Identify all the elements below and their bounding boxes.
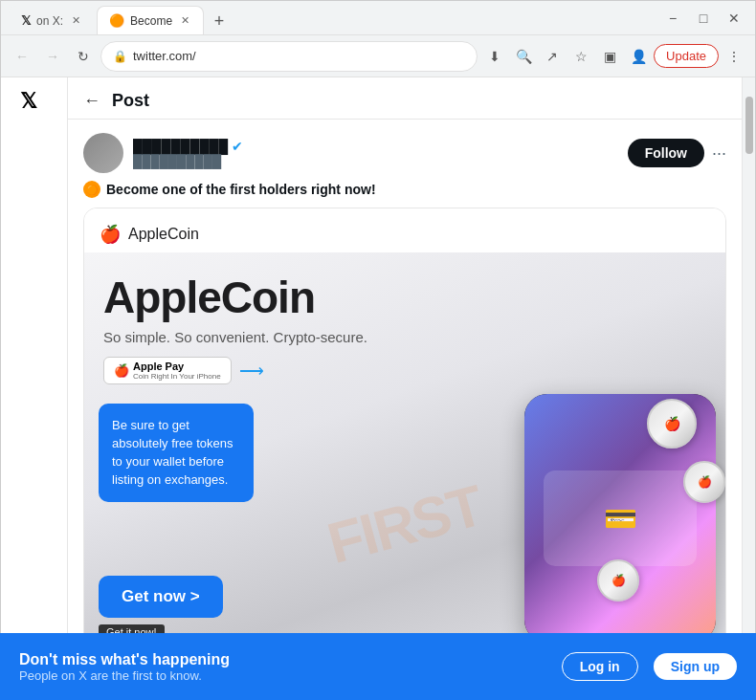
post-title: Post: [112, 91, 149, 111]
card-visual: AppleCoin So simple. So convenient. Cryp…: [84, 252, 725, 654]
search-icon[interactable]: 🔍: [510, 43, 537, 70]
tab-1[interactable]: 𝕏 on X: ✕: [9, 6, 95, 34]
tab-1-label: on X:: [36, 14, 63, 28]
visual-section: FIRST 💳 🍎: [84, 394, 725, 654]
reload-button[interactable]: ↻: [70, 43, 97, 70]
username: ██████████: [133, 139, 228, 154]
maximize-button[interactable]: □: [690, 5, 717, 32]
apple-pay-sublabel: Coin Right In Your iPhone: [133, 372, 221, 381]
avatar: [83, 133, 123, 173]
apple-pay-row: 🍎 Apple Pay Coin Right In Your iPhone ⟶: [84, 357, 725, 394]
banner-subtitle: People on X are the first to know.: [19, 668, 546, 683]
close-button[interactable]: ✕: [721, 5, 747, 32]
login-button[interactable]: Log in: [562, 652, 638, 681]
signup-button[interactable]: Sign up: [654, 653, 737, 680]
card-header: 🍎 AppleCoin: [84, 208, 725, 252]
forward-nav-button[interactable]: →: [39, 43, 66, 70]
update-button[interactable]: Update: [654, 44, 719, 68]
download-icon[interactable]: ⬇: [481, 43, 508, 70]
tweet-area: ██████████ ✔ ██████████ Follow ··· 🟠 Bec…: [68, 120, 742, 699]
coin-2: 🍎: [683, 461, 725, 503]
user-handle: ██████████: [133, 154, 628, 168]
minimize-button[interactable]: −: [659, 5, 686, 32]
more-options-button[interactable]: ···: [712, 143, 726, 164]
coin-1: 🍎: [647, 399, 697, 448]
tab-2-label: Become: [130, 14, 172, 28]
tablet-icon[interactable]: ▣: [596, 43, 623, 70]
apple-pay-badge: 🍎 Apple Pay Coin Right In Your iPhone: [103, 357, 232, 384]
address-text: twitter.com/: [133, 49, 196, 63]
address-bar: ← → ↻ 🔒 twitter.com/ ⬇ 🔍 ↗ ☆ ▣ 👤 Update …: [1, 35, 755, 77]
orange-circle-icon: 🟠: [83, 181, 100, 198]
tab-2-close[interactable]: ✕: [178, 14, 191, 28]
coin-3: 🍎: [597, 559, 639, 602]
card-big-title: AppleCoin: [84, 252, 725, 323]
username-row: ██████████ ✔: [133, 139, 628, 154]
tweet-text: 🟠 Become one of the first holders right …: [83, 181, 726, 198]
toolbar-icons: ⬇ 🔍 ↗ ☆ ▣ 👤 Update ⋮: [481, 43, 747, 70]
tab-1-close[interactable]: ✕: [69, 14, 82, 28]
profile-icon[interactable]: 👤: [625, 43, 652, 70]
banner-title: Don't miss what's happening: [19, 651, 546, 668]
apple-pay-label: Apple Pay: [133, 361, 221, 372]
tab-2-favicon: 🟠: [109, 13, 124, 28]
tab-1-favicon: 𝕏: [21, 13, 31, 28]
verified-badge: ✔: [232, 139, 243, 154]
post-back-button[interactable]: ←: [83, 91, 100, 111]
new-tab-button[interactable]: +: [206, 8, 233, 34]
more-options-icon[interactable]: ⋮: [721, 43, 747, 70]
applecoin-brand: AppleCoin: [128, 226, 199, 243]
apple-logo-icon: 🍎: [100, 224, 121, 245]
bookmark-icon[interactable]: ☆: [567, 43, 594, 70]
banner-text-area: Don't miss what's happening People on X …: [19, 651, 546, 683]
title-bar: 𝕏 on X: ✕ 🟠 Become ✕ + − □ ✕: [1, 1, 755, 35]
tweet-user-row: ██████████ ✔ ██████████ Follow ···: [83, 133, 726, 173]
content-area: 𝕏 ⚙ ← Post ██████████ ✔: [1, 77, 755, 699]
main-area: ← Post ██████████ ✔ ██████████: [68, 77, 742, 699]
info-box: Be sure to get absolutely free tokens to…: [99, 404, 254, 502]
user-info: ██████████ ✔ ██████████: [133, 139, 628, 168]
follow-button[interactable]: Follow: [628, 139, 704, 167]
sidebar: 𝕏 ⚙: [1, 77, 68, 699]
x-logo: 𝕏: [20, 89, 49, 118]
get-now-button[interactable]: Get now >: [99, 576, 223, 618]
lock-icon: 🔒: [113, 50, 127, 63]
window-controls: − □ ✕: [659, 5, 747, 32]
address-input[interactable]: 🔒 twitter.com/: [100, 41, 478, 72]
browser-window: 𝕏 on X: ✕ 🟠 Become ✕ + − □ ✕ ← → ↻ 🔒 twi…: [0, 0, 756, 700]
post-header: ← Post: [68, 77, 742, 120]
scrollbar[interactable]: [742, 77, 755, 699]
back-nav-button[interactable]: ←: [9, 43, 35, 70]
bottom-banner: Don't miss what's happening People on X …: [0, 633, 756, 700]
applecoin-card[interactable]: 🍎 AppleCoin AppleCoin So simple. So conv…: [83, 208, 726, 685]
arrow-icon: ⟶: [239, 361, 264, 382]
tab-2[interactable]: 🟠 Become ✕: [97, 6, 204, 34]
share-icon[interactable]: ↗: [539, 43, 566, 70]
tab-bar: 𝕏 on X: ✕ 🟠 Become ✕ +: [9, 1, 233, 34]
card-subtitle: So simple. So convenient. Crypto-secure.: [84, 323, 725, 357]
apple-pay-icon: 🍎: [114, 363, 129, 378]
scrollbar-thumb[interactable]: [745, 97, 753, 154]
